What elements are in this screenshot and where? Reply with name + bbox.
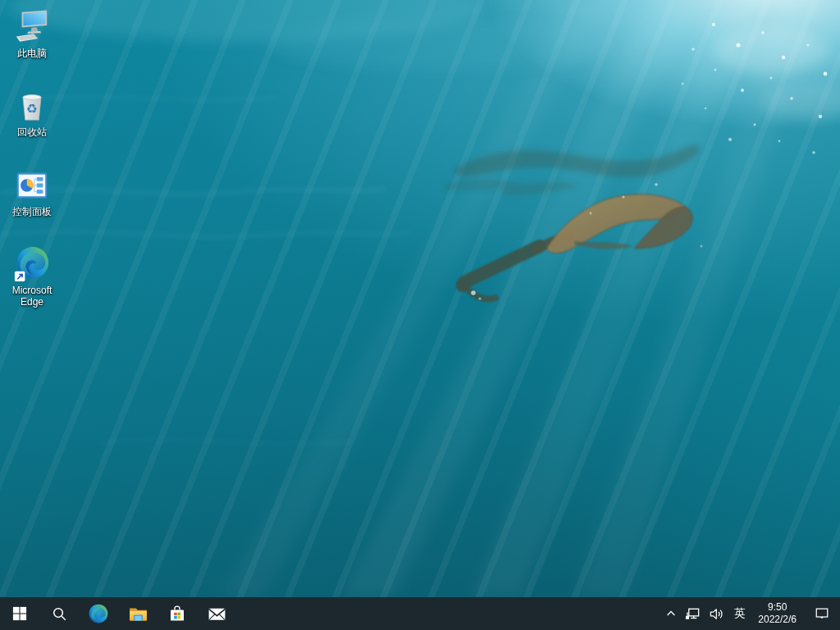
windows-logo-icon bbox=[12, 606, 27, 621]
envelope-icon bbox=[207, 604, 227, 624]
edge-icon bbox=[88, 603, 109, 624]
taskbar-file-explorer-button[interactable] bbox=[118, 597, 158, 630]
desktop-icon-label: Microsoft Edge bbox=[2, 285, 62, 308]
chevron-up-icon bbox=[665, 608, 677, 619]
microsoft-edge-icon bbox=[13, 245, 51, 283]
search-button[interactable] bbox=[39, 597, 79, 630]
svg-text:♻: ♻ bbox=[26, 102, 38, 116]
this-pc-icon bbox=[13, 8, 51, 46]
clock-time: 9:50 bbox=[768, 601, 787, 614]
volume-button[interactable] bbox=[705, 597, 728, 630]
underwater-scene bbox=[0, 0, 840, 597]
store-bag-icon bbox=[167, 604, 187, 623]
desktop-wallpaper bbox=[0, 0, 840, 597]
speaker-icon bbox=[709, 606, 724, 622]
control-panel-icon bbox=[13, 167, 51, 204]
desktop-icon-microsoft-edge[interactable]: Microsoft Edge bbox=[2, 245, 62, 308]
desktop-icon-label: 回收站 bbox=[2, 126, 62, 138]
desktop-icon-this-pc[interactable]: 此电脑 bbox=[2, 8, 62, 59]
ethernet-icon bbox=[685, 606, 701, 622]
taskbar: 英 9:50 2022/2/6 bbox=[0, 597, 840, 630]
notification-icon bbox=[815, 606, 829, 621]
desktop-icon-label: 控制面板 bbox=[2, 206, 62, 217]
desktop-icon-recycle-bin[interactable]: ♻ 回收站 bbox=[2, 87, 62, 138]
windows-desktop-screen: 此电脑 ♻ 回收站 控制面板 bbox=[0, 0, 840, 630]
desktop-icon-label: 此电脑 bbox=[2, 48, 62, 59]
taskbar-store-button[interactable] bbox=[158, 597, 197, 630]
language-indicator[interactable]: 英 bbox=[728, 597, 751, 630]
system-tray: 英 9:50 2022/2/6 bbox=[661, 597, 840, 630]
network-button[interactable] bbox=[681, 597, 705, 630]
start-button[interactable] bbox=[0, 597, 39, 630]
taskbar-edge-button[interactable] bbox=[79, 597, 118, 630]
recycle-bin-icon: ♻ bbox=[13, 87, 51, 125]
clock-date: 2022/2/6 bbox=[758, 614, 797, 626]
action-center-button[interactable] bbox=[804, 597, 840, 630]
desktop-icon-control-panel[interactable]: 控制面板 bbox=[2, 167, 62, 217]
folder-icon bbox=[128, 604, 148, 624]
taskbar-mail-button[interactable] bbox=[197, 597, 236, 630]
taskbar-clock[interactable]: 9:50 2022/2/6 bbox=[751, 597, 804, 630]
search-icon bbox=[52, 606, 67, 622]
show-hidden-icons-button[interactable] bbox=[661, 597, 681, 630]
